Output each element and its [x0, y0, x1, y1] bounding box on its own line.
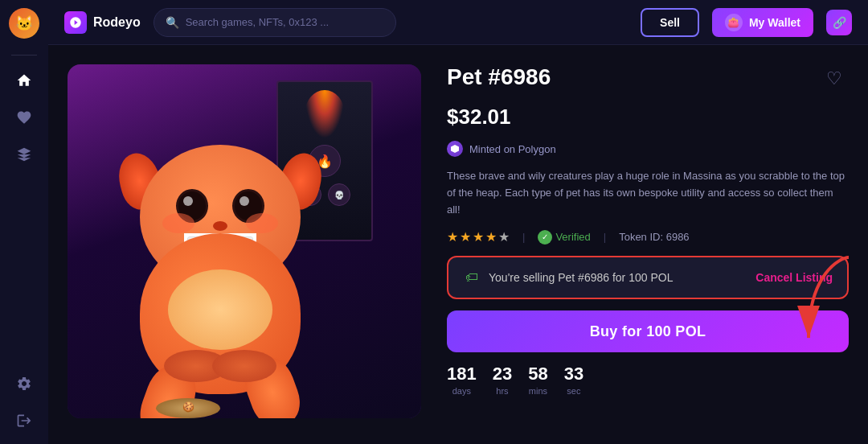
avatar[interactable]: 🐱 [9, 8, 39, 39]
wallet-button[interactable]: 👛 My Wallet [712, 8, 813, 37]
star-rating: ★ ★ ★ ★ ★ [447, 229, 510, 245]
cancel-listing-button[interactable]: Cancel Listing [755, 271, 833, 284]
polygon-icon [447, 141, 463, 157]
countdown: 181 days 23 hrs 58 mins 33 sec [447, 364, 849, 396]
meta-divider-2: | [604, 231, 606, 243]
search-input[interactable] [186, 16, 384, 28]
minted-label: Minted on Polygon [469, 143, 556, 155]
countdown-mins: 58 mins [528, 364, 547, 396]
nft-image: 🔥 😈 💀 [68, 64, 421, 418]
search-icon: 🔍 [166, 16, 179, 29]
sidebar-divider [11, 55, 37, 56]
verified-check-icon: ✓ [538, 230, 552, 245]
ground-item-detail: 🍪 [182, 401, 194, 413]
countdown-sec: 33 sec [564, 364, 583, 396]
navbar: Rodeyo 🔍 Sell 👛 My Wallet 🔗 [48, 0, 868, 45]
nft-details: Pet #6986 ♡ $32.01 Minted on Polygon The… [447, 64, 849, 425]
brand: Rodeyo [64, 11, 141, 34]
nft-description: These brave and wily creatures play a hu… [447, 168, 849, 218]
sidebar-item-gems[interactable] [9, 139, 39, 170]
sidebar-item-home[interactable] [9, 65, 39, 96]
selling-text: You're selling Pet #6986 for 100 POL [489, 271, 673, 284]
brand-logo [64, 11, 87, 34]
minted-row: Minted on Polygon [447, 141, 849, 157]
creature: 🍪 [84, 113, 357, 418]
belly [168, 269, 272, 350]
eye-left-shine [183, 196, 193, 206]
sec-value: 33 [564, 364, 583, 384]
nft-title: Pet #6986 [447, 64, 551, 90]
cheek-right [246, 213, 278, 233]
mins-label: mins [529, 386, 547, 396]
eye-right-shine [240, 196, 249, 206]
svg-marker-1 [451, 145, 459, 153]
selling-banner: 🏷 You're selling Pet #6986 for 100 POL C… [447, 256, 849, 299]
selling-info: 🏷 You're selling Pet #6986 for 100 POL [463, 269, 673, 286]
cheek-left [162, 213, 194, 233]
brand-name: Rodeyo [93, 15, 141, 30]
verified-label: Verified [555, 231, 590, 243]
search-bar[interactable]: 🔍 [154, 8, 396, 37]
hrs-value: 23 [493, 364, 512, 384]
creature-body: 🍪 [108, 145, 333, 418]
sidebar-item-favorites[interactable] [9, 102, 39, 133]
nft-image-bg: 🔥 😈 💀 [68, 64, 421, 418]
verified-badge: ✓ Verified [538, 230, 590, 245]
tag-icon: 🏷 [463, 269, 481, 286]
sidebar-item-settings[interactable] [9, 368, 39, 399]
nft-price: $32.01 [447, 105, 849, 130]
star-1: ★ [447, 229, 458, 245]
star-3: ★ [473, 229, 484, 245]
star-4: ★ [485, 229, 497, 245]
wallet-label: My Wallet [749, 16, 800, 29]
body [140, 233, 301, 394]
sidebar: 🐱 [0, 0, 48, 444]
countdown-days: 181 days [447, 364, 477, 396]
main-area: Rodeyo 🔍 Sell 👛 My Wallet 🔗 🔥 😈 [48, 0, 868, 444]
ground-item: 🍪 [156, 398, 220, 418]
nft-meta: ★ ★ ★ ★ ★ | ✓ Verified | Token ID: 6986 [447, 229, 849, 245]
sidebar-bottom [9, 368, 39, 436]
countdown-hrs: 23 hrs [493, 364, 512, 396]
hrs-label: hrs [496, 386, 508, 396]
sell-button[interactable]: Sell [641, 8, 699, 37]
token-id: Token ID: 6986 [619, 231, 689, 243]
sidebar-item-logout[interactable] [9, 405, 39, 436]
star-2: ★ [460, 229, 471, 245]
mins-value: 58 [528, 364, 547, 384]
link-icon[interactable]: 🔗 [826, 10, 852, 35]
page-content: 🔥 😈 💀 [48, 45, 868, 444]
wallet-icon: 👛 [725, 14, 743, 31]
nose [213, 221, 227, 231]
heart-button[interactable]: ♡ [820, 64, 849, 93]
star-5: ★ [498, 229, 510, 245]
sec-label: sec [567, 386, 580, 396]
days-value: 181 [447, 364, 477, 384]
foot-right [212, 350, 276, 382]
buy-button[interactable]: Buy for 100 POL [447, 310, 849, 352]
nft-header: Pet #6986 ♡ [447, 64, 849, 93]
days-label: days [452, 386, 471, 396]
meta-divider-1: | [522, 231, 525, 243]
